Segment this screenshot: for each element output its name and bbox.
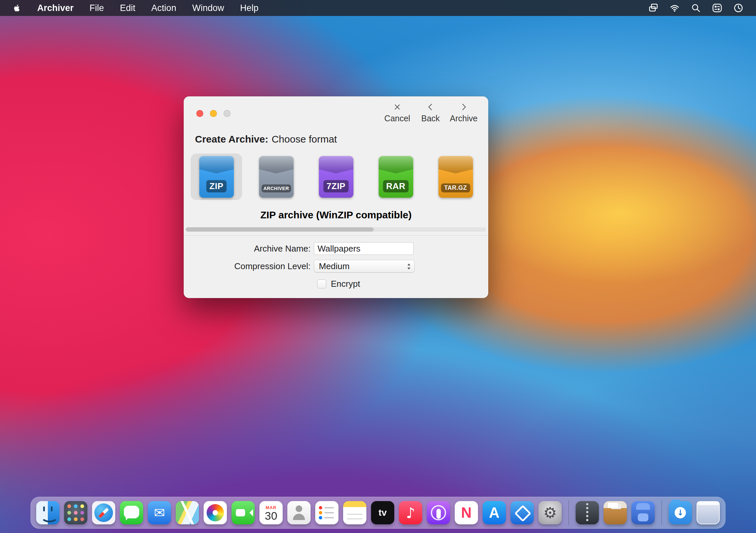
dock-appstore-icon[interactable]: A (483, 501, 506, 524)
horizontal-scrollbar-track[interactable] (186, 227, 486, 232)
menu-edit[interactable]: Edit (112, 0, 143, 16)
dock-backpack-app-icon[interactable] (631, 501, 655, 524)
chevron-right-icon (458, 102, 469, 112)
dock-messages-icon[interactable] (120, 501, 143, 524)
dock-finder-icon[interactable] (36, 501, 59, 524)
menu-action[interactable]: Action (143, 0, 184, 16)
back-button-label: Back (421, 114, 440, 123)
create-archive-window: Cancel Back Archive Create Archive:Choos… (184, 96, 488, 298)
music-note-icon: ♪ (399, 501, 422, 524)
format-description: ZIP archive (WinZIP compatible) (184, 209, 488, 221)
calendar-day-label: 30 (265, 510, 277, 521)
page-title-rest: Choose format (272, 134, 337, 145)
dock-calendar-icon[interactable]: MAR 30 (259, 501, 283, 524)
targz-format-icon: TAR.GZ (438, 156, 473, 198)
select-chevrons-icon (406, 262, 412, 271)
archive-name-field[interactable] (314, 242, 414, 255)
dock-podcasts-icon[interactable] (427, 501, 450, 524)
app-windows-icon[interactable] (646, 0, 661, 16)
menu-help[interactable]: Help (232, 0, 267, 16)
cancel-x-icon (392, 102, 403, 112)
dock-archiver-app-icon[interactable] (511, 501, 534, 524)
dock-archive-utility-icon[interactable] (576, 501, 599, 524)
news-glyph: N (455, 501, 478, 524)
sevenzip-format-label: 7ZIP (323, 180, 349, 192)
window-toolbar: Cancel Back Archive (381, 102, 480, 123)
menu-app-name[interactable]: Archiver (29, 0, 82, 16)
encrypt-label[interactable]: Encrypt (331, 279, 360, 289)
zip-format-label: ZIP (206, 180, 227, 192)
dock-reminders-icon[interactable] (315, 501, 338, 524)
dock-notes-icon[interactable] (343, 501, 366, 524)
download-arrow-icon: ↓ (675, 507, 686, 518)
clock-icon[interactable] (731, 0, 746, 16)
dock-facetime-icon[interactable] (232, 501, 255, 524)
page-title-bold: Create Archive: (195, 134, 268, 145)
dock-news-icon[interactable]: N (455, 501, 478, 524)
dock-separator (568, 500, 569, 525)
horizontal-scrollbar-thumb[interactable] (186, 227, 374, 232)
envelope-icon: ✉ (148, 501, 171, 524)
archiver-format-icon: ARCHIVER (259, 156, 294, 198)
format-tile-archiver[interactable]: ARCHIVER (250, 154, 302, 200)
gear-icon: ⚙ (538, 501, 562, 524)
archive-button[interactable]: Archive (447, 102, 480, 123)
menu-window[interactable]: Window (184, 0, 232, 16)
encrypt-checkbox[interactable] (317, 279, 326, 288)
section-divider (184, 235, 488, 236)
compression-level-value: Medium (319, 261, 349, 271)
menu-bar: Archiver File Edit Action Window Help (0, 0, 756, 16)
apple-menu-icon[interactable] (11, 2, 23, 14)
cancel-button-label: Cancel (384, 114, 410, 123)
dock-mail-icon[interactable]: ✉ (148, 501, 171, 524)
close-window-button[interactable] (196, 110, 203, 117)
desktop: Archiver File Edit Action Window Help (0, 0, 756, 533)
format-tile-rar[interactable]: RAR (370, 154, 422, 200)
tv-glyph: tv (371, 501, 394, 524)
format-tile-targz[interactable]: TAR.GZ (430, 154, 481, 200)
rar-format-label: RAR (383, 180, 409, 192)
targz-format-label: TAR.GZ (441, 183, 470, 192)
dock-trash-icon[interactable] (697, 501, 720, 524)
traffic-lights (196, 110, 231, 117)
zip-format-icon: ZIP (199, 156, 234, 198)
control-center-icon[interactable] (709, 0, 725, 16)
dock-downloads-icon[interactable]: ↓ (669, 501, 692, 524)
dock-box-archiver-icon[interactable] (604, 501, 627, 524)
dock-launchpad-icon[interactable] (64, 501, 87, 524)
back-button[interactable]: Back (414, 102, 447, 123)
dock-maps-icon[interactable] (176, 501, 199, 524)
chevron-left-icon (425, 102, 436, 112)
dock-music-icon[interactable]: ♪ (399, 501, 422, 524)
compression-level-label: Compression Level: (184, 261, 314, 271)
archive-name-label: Archive Name: (184, 244, 314, 254)
menu-file[interactable]: File (82, 0, 112, 16)
archiver-format-label: ARCHIVER (261, 184, 291, 192)
minimize-window-button[interactable] (210, 110, 217, 117)
search-icon[interactable] (688, 0, 704, 16)
dock: ✉ MAR 30 tv ♪ N A ⚙ ↓ (31, 497, 725, 529)
dock-safari-icon[interactable] (92, 501, 115, 524)
dock-system-preferences-icon[interactable]: ⚙ (538, 501, 562, 524)
zoom-window-button[interactable] (224, 110, 231, 117)
cancel-button[interactable]: Cancel (381, 102, 414, 123)
dock-photos-icon[interactable] (204, 501, 227, 524)
appstore-glyph: A (483, 501, 506, 524)
dock-separator (661, 500, 662, 525)
format-tile-zip[interactable]: ZIP (191, 154, 242, 200)
format-tile-7zip[interactable]: 7ZIP (310, 154, 362, 200)
rar-format-icon: RAR (379, 156, 413, 198)
sevenzip-format-icon: 7ZIP (319, 156, 353, 198)
format-list: ZIP ARCHIVER 7ZIP RAR TAR.GZ (184, 154, 488, 200)
archive-button-label: Archive (450, 114, 477, 123)
wifi-icon[interactable] (667, 0, 682, 16)
page-title: Create Archive:Choose format (195, 134, 337, 145)
dock-appletv-icon[interactable]: tv (371, 501, 394, 524)
compression-level-select[interactable]: Medium (314, 260, 415, 272)
dock-contacts-icon[interactable] (287, 501, 311, 524)
